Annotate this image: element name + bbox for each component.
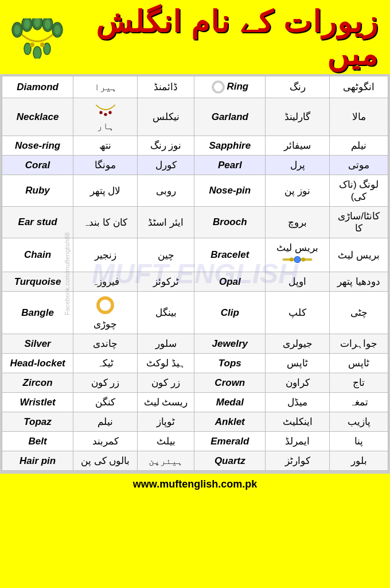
right-urdu-word: مالا [330,98,388,136]
right-urdu-pronunciation: اینکلیٹ [266,412,330,432]
right-english-word: Brooch [194,207,266,238]
svg-point-16 [99,111,102,114]
right-urdu-word: پنا [330,432,388,451]
right-english-word: Nose-pin [194,175,266,207]
right-urdu-word: نیلم [330,136,388,156]
right-english-word: Sapphire [194,136,266,156]
right-urdu-pronunciation: جیولری [266,334,330,354]
left-urdu-word: بینگل [137,292,194,334]
right-urdu-pronunciation: نوز پن [266,175,330,207]
footer-url: www.muftenglish.com.pk [133,478,257,490]
right-urdu-pronunciation: کلپ [266,292,330,334]
left-urdu-word: چین [137,238,194,272]
left-urdu-word: ریسٹ لیٹ [137,393,194,412]
left-urdu-pronunciation: نیلم [73,412,138,432]
right-english-word: Pearl [194,156,266,175]
left-urdu-pronunciation: لال پتھر [73,175,138,207]
right-english-word: Garland [194,98,266,136]
right-english-word: Crown [194,373,266,393]
svg-point-1 [14,25,20,34]
right-urdu-word: تاج [330,373,388,393]
right-urdu-pronunciation: اوپل [266,272,330,292]
left-english-word: Topaz [2,412,73,432]
left-english-word: Wristlet [2,393,73,412]
left-urdu-word: بیلٹ [137,432,194,451]
svg-point-14 [40,42,45,47]
svg-point-9 [54,25,60,34]
left-urdu-pronunciation: چاندی [73,334,138,354]
right-english-word: Ring [194,76,266,98]
right-urdu-pronunciation: کراون [266,373,330,393]
left-english-word: Diamond [2,76,73,98]
necklace-header-icon [11,18,63,59]
right-urdu-word: انگوٹھی [330,76,388,98]
left-english-word: Turquoise [2,272,73,292]
left-english-word: Head-locket [2,354,73,373]
right-urdu-word: جواہرات [330,334,388,354]
left-english-word: Belt [2,432,73,451]
left-urdu-pronunciation: فیروزہ [73,272,138,292]
left-english-word: Chain [2,238,73,272]
left-urdu-pronunciation: چوڑی [73,292,138,334]
left-urdu-word: ہیڈ لوکٹ [137,354,194,373]
right-english-word: Clip [194,292,266,334]
left-urdu-pronunciation: کنگن [73,393,138,412]
right-urdu-word: تمغہ [330,393,388,412]
right-urdu-pronunciation: کوارٹز [266,451,330,471]
right-urdu-pronunciation: ایمرلڈ [266,432,330,451]
left-urdu-word: ڈائمنڈ [137,76,194,98]
left-urdu-pronunciation: نتھ [73,136,138,156]
right-english-word: Opal [194,272,266,292]
left-english-word: Ear stud [2,207,73,238]
right-urdu-pronunciation: بروچ [266,207,330,238]
right-urdu-word: دودھیا پتھر [330,272,388,292]
svg-point-11 [33,47,41,59]
right-english-word: Bracelet [194,238,266,272]
page-header: زیورات کے نام انگلش میں [0,0,390,74]
left-english-word: Silver [2,334,73,354]
vocabulary-table: Facebook.com/muftenglish88 MUFT ENGLISH … [0,74,390,473]
svg-point-15 [213,82,224,93]
svg-point-17 [104,113,107,116]
right-english-word: Tops [194,354,266,373]
right-english-word: Jewelry [194,334,266,354]
right-urdu-word: بریس لیٹ [330,238,388,272]
left-english-word: Bangle [2,292,73,334]
right-english-word: Quartz [194,451,266,471]
svg-point-22 [290,258,294,262]
svg-point-18 [108,111,111,114]
left-urdu-pronunciation: زر کون [73,373,138,393]
left-urdu-word: ٹرکوئز [137,272,194,292]
left-urdu-word: نیکلس [137,98,194,136]
left-urdu-word: روبی [137,175,194,207]
right-urdu-pronunciation: ٹاپس [266,354,330,373]
left-urdu-pronunciation: مونگا [73,156,138,175]
right-urdu-pronunciation: رنگ [266,76,330,98]
right-english-word: Emerald [194,432,266,451]
left-urdu-word: ایئر اسٹڈ [137,207,194,238]
left-urdu-word: سلور [137,334,194,354]
left-english-word: Hair pin [2,451,73,471]
left-urdu-pronunciation: ہار [73,98,138,136]
left-urdu-word: زر کون [137,373,194,393]
left-english-word: Necklace [2,98,73,136]
right-urdu-pronunciation: گارلینڈ [266,98,330,136]
svg-point-3 [24,20,30,29]
left-english-word: Ruby [2,175,73,207]
right-urdu-word: پازیب [330,412,388,432]
left-urdu-word: کورل [137,156,194,175]
left-urdu-pronunciation: ٹیکہ [73,354,138,373]
left-english-word: Nose-ring [2,136,73,156]
right-urdu-pronunciation: سیفائر [266,136,330,156]
left-urdu-pronunciation: بالوں کی پن [73,451,138,471]
left-urdu-pronunciation: زنجیر [73,238,138,272]
svg-point-13 [30,42,34,47]
left-urdu-word: ٹوپاز [137,412,194,432]
website-footer: www.muftenglish.com.pk [0,473,390,495]
page-title: زیورات کے نام انگلش میں [69,6,379,71]
right-urdu-word: ٹاپس [330,354,388,373]
right-urdu-word: موتی [330,156,388,175]
right-urdu-word: چٹی [330,292,388,334]
right-urdu-word: لونگ (ناک کی) [330,175,388,207]
svg-point-20 [294,257,301,263]
